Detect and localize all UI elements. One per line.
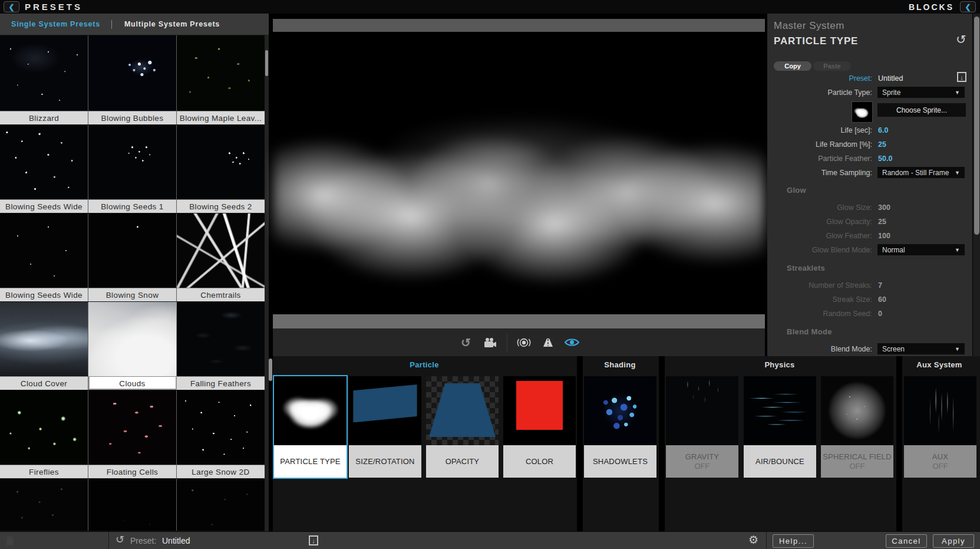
life-random-label: Life Random [%]: — [816, 140, 872, 149]
copy-button[interactable]: Copy — [774, 61, 811, 71]
preset-thumbnail — [177, 125, 265, 199]
preset-item[interactable]: Falling Feathers — [177, 302, 265, 390]
block-label: COLOR — [526, 457, 553, 466]
glow-section-heading: Glow — [787, 186, 806, 195]
group-header-physics[interactable]: Physics — [764, 356, 794, 374]
preset-item[interactable]: Fireflies — [0, 390, 88, 478]
reset-view-icon[interactable]: ↺ — [458, 336, 474, 349]
particle-type-dropdown[interactable]: Sprite ▼ — [877, 87, 965, 98]
preset-thumbnail — [0, 35, 88, 111]
preset-item-selected[interactable]: Clouds — [88, 302, 177, 390]
block-card-air-bounce[interactable]: AIR/BOUNCE — [744, 376, 816, 478]
random-seed-value[interactable]: 0 — [878, 310, 882, 318]
trash-icon[interactable] — [6, 536, 14, 548]
sidebar-scrollbar-thumb[interactable] — [265, 50, 268, 76]
block-card-aux[interactable]: AUXOFF — [904, 376, 976, 478]
apply-button[interactable]: Apply — [933, 534, 974, 548]
block-card-shadowlets[interactable]: SHADOWLETS — [584, 376, 656, 478]
paste-button[interactable]: Paste — [813, 61, 851, 71]
footer-reset-icon[interactable]: ↺ — [116, 534, 124, 545]
streak-size-label: Streak Size: — [833, 295, 872, 304]
preview-bottom-strip — [273, 314, 765, 328]
cancel-button[interactable]: Cancel — [886, 534, 927, 548]
collapse-chevron-icon: ❮ — [965, 3, 971, 11]
number-of-streaks-value[interactable]: 7 — [878, 281, 882, 290]
settings-gear-icon[interactable]: ⚙ — [748, 534, 758, 545]
block-card-gravity[interactable]: GRAVITYOFF — [666, 376, 738, 478]
block-state: OFF — [695, 462, 710, 471]
panel-reset-icon[interactable]: ↺ — [956, 33, 966, 45]
block-card-color[interactable]: COLOR — [503, 376, 576, 478]
group-header-shading[interactable]: Shading — [604, 356, 635, 374]
preset-item[interactable] — [177, 479, 265, 531]
top-header: ❮ PRESETS BLOCKS ❮ — [0, 0, 980, 14]
back-chevron-icon: ❮ — [8, 3, 14, 11]
floor-grid-icon[interactable] — [540, 336, 556, 349]
preset-item[interactable] — [88, 479, 177, 531]
group-header-particle[interactable]: Particle — [410, 356, 438, 374]
preset-field-label: Preset: — [849, 74, 872, 83]
preset-item[interactable]: Blowing Seeds 1 — [88, 125, 177, 213]
help-button[interactable]: Help... — [773, 534, 814, 548]
glow-feather-value[interactable]: 100 — [878, 232, 890, 240]
block-card-spherical-field[interactable]: SPHERICAL FIELDOFF — [821, 376, 893, 478]
preset-item[interactable]: Blowing Bubbles — [88, 35, 177, 124]
tab-multiple-system-presets[interactable]: Multiple System Presets — [124, 20, 220, 28]
preset-thumbnail — [0, 213, 88, 288]
blocks-scrollbar-thumb[interactable] — [269, 359, 272, 381]
group-header-aux-system[interactable]: Aux System — [916, 356, 962, 374]
panel-scrollbar-thumb[interactable] — [974, 17, 979, 235]
back-button[interactable]: ❮ — [4, 1, 19, 12]
preset-item[interactable]: Cloud Cover — [0, 302, 88, 390]
block-label: AIR/BOUNCE — [755, 457, 804, 466]
block-label: SPHERICAL FIELD — [823, 452, 892, 461]
preset-field-value[interactable]: Untitled — [878, 74, 903, 83]
block-card-particle-type[interactable]: PARTICLE TYPE — [274, 376, 347, 478]
block-card-opacity[interactable]: OPACITY — [426, 376, 499, 478]
preset-item[interactable] — [0, 479, 88, 531]
save-preset-icon[interactable]: ↓ — [957, 72, 966, 82]
block-thumbnail — [503, 376, 576, 445]
glow-blend-mode-value: Normal — [882, 246, 955, 254]
blend-mode-dropdown[interactable]: Screen ▼ — [877, 343, 965, 354]
tab-single-system-presets[interactable]: Single System Presets — [11, 20, 100, 28]
time-sampling-label: Time Sampling: — [821, 169, 872, 177]
eye-visibility-icon[interactable] — [565, 336, 580, 349]
emitter-icon[interactable] — [516, 336, 532, 349]
time-sampling-dropdown[interactable]: Random - Still Frame ▼ — [877, 167, 965, 178]
preset-item[interactable]: Blowing Maple Leav... — [177, 35, 265, 124]
block-state: OFF — [933, 462, 948, 471]
streak-size-value[interactable]: 60 — [878, 295, 886, 304]
preset-item[interactable]: Chemtrails — [177, 213, 265, 301]
blocks-collapse-button[interactable]: ❮ — [960, 1, 976, 12]
preset-item[interactable]: Large Snow 2D — [177, 390, 265, 478]
preset-item[interactable]: Blowing Seeds Wide — [0, 213, 88, 301]
block-state: OFF — [850, 462, 865, 471]
camera-icon[interactable] — [483, 336, 498, 349]
preset-item[interactable]: Blowing Seeds Wide — [0, 125, 88, 213]
panel-scrollbar[interactable] — [972, 14, 980, 356]
preset-label: Large Snow 2D — [177, 465, 265, 478]
preset-item[interactable]: Floating Cells — [88, 390, 177, 478]
block-card-size-rotation[interactable]: SIZE/ROTATION — [349, 376, 421, 478]
sprite-thumbnail[interactable] — [852, 101, 873, 123]
glow-opacity-value[interactable]: 25 — [878, 218, 886, 226]
glow-blend-mode-dropdown[interactable]: Normal ▼ — [877, 244, 965, 255]
preset-item[interactable]: Blowing Snow — [88, 213, 177, 301]
save-arrow-glyph: ↓ — [960, 74, 963, 81]
system-name: Master System — [774, 20, 844, 32]
preset-label: Blowing Seeds 2 — [177, 199, 265, 213]
life-value[interactable]: 6.0 — [878, 126, 888, 134]
preset-item[interactable]: Blowing Seeds 2 — [177, 125, 265, 213]
choose-sprite-button[interactable]: Choose Sprite... — [877, 103, 966, 117]
particle-feather-value[interactable]: 50.0 — [878, 154, 892, 163]
preview-toolbar: ↺ — [273, 328, 765, 356]
footer-save-icon[interactable]: ↓ — [309, 535, 318, 545]
cloud-particle-render — [273, 96, 765, 303]
glow-size-value[interactable]: 300 — [878, 203, 890, 212]
life-random-value[interactable]: 25 — [878, 140, 886, 149]
sidebar-scrollbar[interactable] — [265, 35, 269, 531]
preset-thumbnail — [177, 213, 265, 288]
preset-item[interactable]: Blizzard — [0, 35, 88, 124]
preset-label: Cloud Cover — [0, 376, 88, 390]
